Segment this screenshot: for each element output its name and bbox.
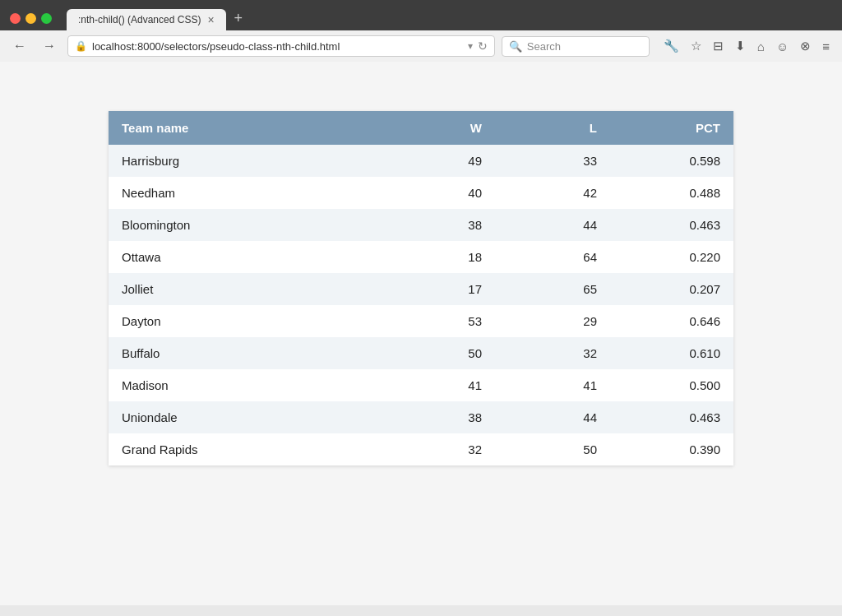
tab-title: :nth-child() (Advanced CSS) [78, 14, 201, 25]
header-pct: PCT [610, 111, 733, 145]
cell-pct: 0.220 [610, 241, 733, 273]
tab-bar: :nth-child() (Advanced CSS) × + [67, 7, 251, 30]
cell-l: 64 [495, 241, 610, 273]
cell-pct: 0.390 [610, 433, 733, 465]
download-icon[interactable]: ⬇ [731, 36, 750, 56]
lock-icon: 🔒 [75, 40, 87, 52]
cell-pct: 0.500 [610, 369, 733, 401]
cell-l: 32 [495, 337, 610, 369]
table-row: Needham40420.488 [109, 177, 733, 209]
search-bar[interactable]: 🔍 Search [502, 36, 650, 57]
cell-team: Bloomington [109, 209, 388, 241]
cell-pct: 0.207 [610, 273, 733, 305]
cell-l: 65 [495, 273, 610, 305]
cell-team: Jolliet [109, 273, 388, 305]
search-placeholder: Search [527, 40, 561, 53]
cell-pct: 0.463 [610, 209, 733, 241]
standings-table: Team name W L PCT Harrisburg49330.598Nee… [109, 111, 733, 465]
table-row: Madison41410.500 [109, 369, 733, 401]
address-bar[interactable]: 🔒 localhost:8000/selectors/pseudo-class-… [67, 35, 495, 57]
cell-team: Ottawa [109, 241, 388, 273]
header-w: W [388, 111, 495, 145]
cell-w: 17 [388, 273, 495, 305]
cell-team: Uniondale [109, 401, 388, 433]
cell-w: 49 [388, 145, 495, 177]
refresh-icon[interactable]: ↻ [478, 39, 488, 53]
table-row: Bloomington38440.463 [109, 209, 733, 241]
nav-icons: 🔧 ☆ ⊟ ⬇ ⌂ ☺ ⊗ ≡ [659, 36, 834, 56]
bookmarks-icon[interactable]: ⊟ [709, 36, 728, 56]
active-tab[interactable]: :nth-child() (Advanced CSS) × [67, 9, 226, 30]
table-row: Uniondale38440.463 [109, 401, 733, 433]
forward-button[interactable]: → [38, 37, 61, 55]
bookmark-icon[interactable]: ☆ [687, 36, 706, 56]
cell-l: 44 [495, 209, 610, 241]
cell-w: 40 [388, 177, 495, 209]
table-row: Buffalo50320.610 [109, 337, 733, 369]
title-bar: :nth-child() (Advanced CSS) × + [0, 0, 842, 30]
address-text: localhost:8000/selectors/pseudo-class-nt… [92, 40, 463, 53]
table-row: Grand Rapids32500.390 [109, 433, 733, 465]
cell-pct: 0.488 [610, 177, 733, 209]
minimize-button[interactable] [25, 13, 36, 24]
menu-icon[interactable]: ≡ [818, 37, 834, 56]
cell-w: 50 [388, 337, 495, 369]
cell-team: Dayton [109, 305, 388, 337]
cell-l: 50 [495, 433, 610, 465]
window-controls [10, 13, 52, 24]
cell-team: Grand Rapids [109, 433, 388, 465]
nav-bar: ← → 🔒 localhost:8000/selectors/pseudo-cl… [0, 30, 842, 62]
tools-icon[interactable]: 🔧 [659, 36, 683, 56]
cell-l: 41 [495, 369, 610, 401]
table-header-row: Team name W L PCT [109, 111, 733, 145]
cell-pct: 0.598 [610, 145, 733, 177]
table-row: Dayton53290.646 [109, 305, 733, 337]
browser-chrome: :nth-child() (Advanced CSS) × + ← → 🔒 lo… [0, 0, 842, 62]
page-content: Team name W L PCT Harrisburg49330.598Nee… [0, 62, 842, 605]
cell-l: 33 [495, 145, 610, 177]
cell-team: Harrisburg [109, 145, 388, 177]
home-icon[interactable]: ⌂ [753, 37, 769, 56]
header-l: L [495, 111, 610, 145]
table-row: Jolliet17650.207 [109, 273, 733, 305]
back-button[interactable]: ← [8, 37, 31, 55]
dropdown-icon[interactable]: ▾ [468, 40, 473, 52]
cell-team: Needham [109, 177, 388, 209]
header-team: Team name [109, 111, 388, 145]
cell-pct: 0.463 [610, 401, 733, 433]
close-button[interactable] [10, 13, 21, 24]
cell-pct: 0.646 [610, 305, 733, 337]
cell-w: 32 [388, 433, 495, 465]
cell-w: 38 [388, 209, 495, 241]
search-icon: 🔍 [509, 40, 522, 53]
cell-pct: 0.610 [610, 337, 733, 369]
new-tab-button[interactable]: + [226, 7, 252, 30]
cell-w: 38 [388, 401, 495, 433]
table-row: Harrisburg49330.598 [109, 145, 733, 177]
cell-l: 44 [495, 401, 610, 433]
cell-team: Buffalo [109, 337, 388, 369]
maximize-button[interactable] [41, 13, 52, 24]
table-row: Ottawa18640.220 [109, 241, 733, 273]
cell-l: 29 [495, 305, 610, 337]
cell-team: Madison [109, 369, 388, 401]
tab-close-icon[interactable]: × [207, 14, 214, 25]
profile-icon[interactable]: ☺ [772, 37, 793, 56]
extensions-icon[interactable]: ⊗ [796, 36, 815, 56]
cell-w: 18 [388, 241, 495, 273]
cell-w: 53 [388, 305, 495, 337]
cell-w: 41 [388, 369, 495, 401]
cell-l: 42 [495, 177, 610, 209]
